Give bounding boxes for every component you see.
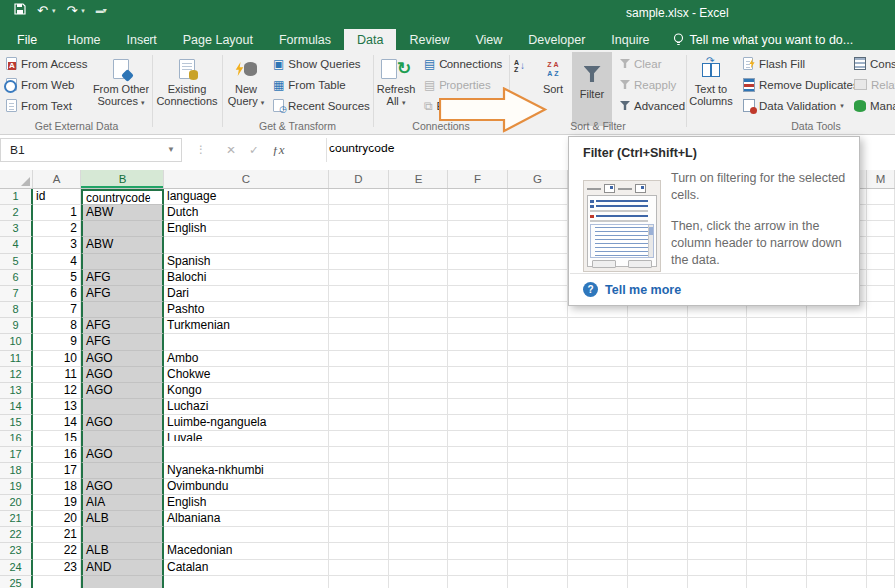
cell-C11[interactable]: Ambo: [164, 351, 329, 367]
cell-F22[interactable]: [448, 527, 508, 543]
cell-H13[interactable]: [568, 383, 628, 399]
cell-C24[interactable]: Catalan: [164, 560, 329, 576]
cell-M14[interactable]: [867, 399, 895, 415]
from-web-button[interactable]: From Web: [4, 75, 89, 94]
show-queries-button[interactable]: ▣ Show Queries: [271, 54, 372, 73]
redo-icon[interactable]: ↷: [66, 4, 77, 18]
cell-A14[interactable]: 13: [33, 399, 81, 415]
cell-C22[interactable]: [164, 527, 329, 543]
cell-A10[interactable]: 9: [33, 334, 81, 350]
cell-L19[interactable]: [807, 479, 867, 495]
cell-C19[interactable]: Ovimbundu: [164, 479, 329, 495]
cell-C23[interactable]: Macedonian: [164, 543, 329, 559]
cell-G16[interactable]: [508, 431, 568, 446]
cell-K13[interactable]: [747, 383, 807, 399]
cell-I21[interactable]: [628, 511, 688, 527]
cell-K18[interactable]: [747, 463, 807, 479]
cell-B4[interactable]: ABW: [81, 237, 164, 253]
cell-F17[interactable]: [448, 447, 508, 463]
cell-I20[interactable]: [628, 495, 688, 511]
cell-I24[interactable]: [628, 560, 688, 576]
cell-L15[interactable]: [807, 415, 867, 431]
cell-G24[interactable]: [508, 560, 568, 576]
redo-dropdown-icon[interactable]: ▾: [81, 7, 85, 15]
cell-K12[interactable]: [747, 367, 807, 383]
connections-button[interactable]: ▤ Connections: [422, 54, 504, 73]
row-header-17[interactable]: 17: [0, 447, 33, 463]
text-to-columns-button[interactable]: Text to Columns: [687, 55, 735, 107]
cell-D1[interactable]: [329, 189, 389, 205]
cell-F8[interactable]: [448, 302, 508, 318]
cell-I14[interactable]: [628, 399, 688, 415]
cell-G21[interactable]: [508, 511, 568, 527]
cell-G25[interactable]: [508, 576, 568, 588]
cell-G12[interactable]: [508, 367, 568, 383]
cell-E13[interactable]: [389, 383, 448, 399]
cell-B21[interactable]: ALB: [81, 511, 164, 527]
cell-K19[interactable]: [747, 479, 807, 495]
cell-E21[interactable]: [389, 511, 448, 527]
cell-I16[interactable]: [628, 431, 688, 446]
cell-B17[interactable]: AGO: [81, 447, 164, 463]
cell-B6[interactable]: AFG: [81, 270, 164, 286]
tab-page-layout[interactable]: Page Layout: [170, 29, 266, 50]
cell-M18[interactable]: [867, 463, 895, 479]
row-header-10[interactable]: 10: [0, 334, 33, 350]
cell-D22[interactable]: [329, 527, 389, 543]
cell-G1[interactable]: [508, 189, 568, 205]
cell-D18[interactable]: [329, 463, 389, 479]
existing-connections-button[interactable]: Existing Connections: [154, 55, 220, 107]
recent-sources-button[interactable]: ◷ Recent Sources: [271, 96, 372, 115]
undo-dropdown-icon[interactable]: ▾: [52, 7, 56, 15]
cell-M24[interactable]: [867, 560, 895, 576]
cell-H24[interactable]: [568, 560, 628, 576]
manage-data-model-button[interactable]: Mana: [852, 96, 895, 115]
cell-F25[interactable]: [448, 576, 508, 588]
cell-C21[interactable]: Albaniana: [164, 511, 329, 527]
filter-button[interactable]: Filter: [572, 52, 612, 126]
cell-J21[interactable]: [688, 511, 747, 527]
cell-K10[interactable]: [747, 334, 807, 350]
cell-G10[interactable]: [508, 334, 568, 350]
cell-B2[interactable]: ABW: [81, 205, 164, 221]
cell-J20[interactable]: [688, 495, 747, 511]
name-box[interactable]: B1 ▼: [0, 138, 182, 162]
tab-home[interactable]: Home: [54, 29, 113, 50]
sort-ascending-button[interactable]: AZ↓: [512, 56, 527, 75]
cell-C9[interactable]: Turkmenian: [164, 318, 329, 334]
cell-A1[interactable]: id: [33, 189, 81, 205]
cell-K25[interactable]: [747, 576, 807, 588]
cell-F5[interactable]: [448, 254, 508, 270]
cell-C20[interactable]: English: [164, 495, 329, 511]
cell-E25[interactable]: [389, 576, 448, 588]
customize-qat-icon[interactable]: ▬▾: [96, 6, 106, 15]
cell-H16[interactable]: [568, 431, 628, 446]
cell-H9[interactable]: [568, 318, 628, 334]
cell-H22[interactable]: [568, 527, 628, 543]
cell-E11[interactable]: [389, 351, 448, 367]
cell-I17[interactable]: [628, 447, 688, 463]
cell-D7[interactable]: [329, 286, 389, 302]
cell-C6[interactable]: Balochi: [164, 270, 329, 286]
cell-A15[interactable]: 14: [33, 415, 81, 431]
advanced-filter-button[interactable]: Advanced: [618, 96, 687, 115]
row-header-18[interactable]: 18: [0, 463, 33, 479]
cell-D6[interactable]: [329, 270, 389, 286]
cell-L20[interactable]: [807, 495, 867, 511]
cell-M11[interactable]: [867, 351, 895, 367]
name-box-dropdown-icon[interactable]: ▼: [161, 146, 181, 154]
cell-G14[interactable]: [508, 399, 568, 415]
select-all-corner[interactable]: [0, 170, 33, 188]
cell-M2[interactable]: [867, 205, 895, 221]
refresh-all-button[interactable]: ↻ Refresh All ▾: [374, 55, 418, 109]
cell-H15[interactable]: [568, 415, 628, 431]
cell-J12[interactable]: [688, 367, 747, 383]
cell-D16[interactable]: [329, 431, 389, 446]
cell-L12[interactable]: [807, 367, 867, 383]
cell-L16[interactable]: [807, 431, 867, 446]
cell-J18[interactable]: [688, 463, 747, 479]
cell-F1[interactable]: [448, 189, 508, 205]
cell-F23[interactable]: [448, 543, 508, 559]
cell-H12[interactable]: [568, 367, 628, 383]
cell-M17[interactable]: [867, 447, 895, 463]
